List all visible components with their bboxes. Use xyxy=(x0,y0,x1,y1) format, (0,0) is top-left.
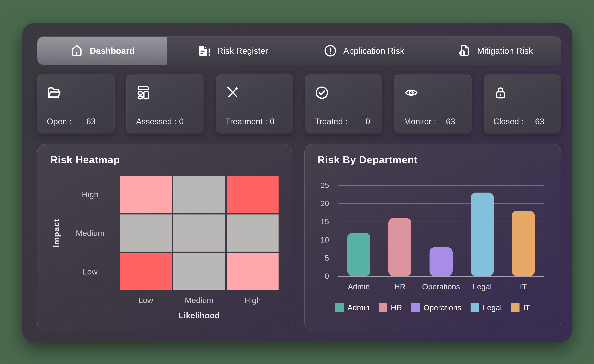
stat-card-open-[interactable]: Open :63 xyxy=(37,74,115,134)
y-tick-label-15: 15 xyxy=(303,217,329,226)
heatmap-col-label-high: High xyxy=(227,296,278,305)
bar-legal xyxy=(471,193,494,276)
gridline-25 xyxy=(338,185,544,186)
stat-text: Assessed :0 xyxy=(136,117,198,126)
heatmap-cell-low-high xyxy=(227,253,278,290)
heatmap-row-label-medium: Medium xyxy=(65,215,115,252)
heatmap-col-label-low: Low xyxy=(120,296,172,305)
heatmap-cell-medium-high xyxy=(227,215,278,252)
heatmap-cell-medium-low xyxy=(120,215,172,252)
gridline-0 xyxy=(338,276,544,277)
bar-admin xyxy=(347,233,370,276)
stat-card-treatment-[interactable]: Treatment :0 xyxy=(216,74,293,134)
tab-label: Dashboard xyxy=(90,46,135,56)
legend-swatch-hr xyxy=(378,303,387,312)
tab-label: Application Risk xyxy=(343,46,404,56)
heatmap-grid xyxy=(120,176,278,290)
heatmap-cell-low-low xyxy=(120,253,172,290)
legend-item-admin[interactable]: Admin xyxy=(335,303,369,312)
heatmap-row-labels: HighMediumLow xyxy=(65,176,115,292)
heatmap-cell-low-medium xyxy=(173,253,225,290)
bar-chart-title: Risk By Department xyxy=(317,154,418,166)
heatmap-row-label-low: Low xyxy=(65,253,115,290)
bar-it xyxy=(512,211,535,276)
heatmap-cell-medium-medium xyxy=(173,215,225,252)
heatmap-cell-high-medium xyxy=(173,176,225,213)
bar-operations xyxy=(430,247,452,276)
stat-value: 0 xyxy=(179,117,184,126)
stat-text: Treatment :0 xyxy=(225,117,287,126)
x-category-label-it: IT xyxy=(503,282,544,291)
stat-card-treated-[interactable]: Treated :0 xyxy=(305,74,382,134)
legend-label: Admin xyxy=(347,303,369,312)
tools-icon xyxy=(225,85,284,100)
lock-icon xyxy=(493,85,551,100)
tab-dashboard[interactable]: Dashboard xyxy=(37,37,167,65)
bar-hr xyxy=(388,218,411,276)
tab-mitigation-risk[interactable]: Mitigation Risk xyxy=(430,37,561,65)
stat-label: Treatment : xyxy=(225,117,267,126)
legend-swatch-operations xyxy=(411,303,420,312)
dashboard-window: DashboardRisk RegisterApplication RiskMi… xyxy=(22,23,572,342)
heatmap-y-axis-label: Impact xyxy=(49,176,64,290)
legend-label: IT xyxy=(523,303,530,312)
bar-chart-category-labels: AdminHROperationsLegalIT xyxy=(338,282,544,291)
stat-text: Monitor :63 xyxy=(404,117,466,126)
legend-label: Operations xyxy=(423,303,461,312)
top-nav-tabs: DashboardRisk RegisterApplication RiskMi… xyxy=(37,36,561,65)
legend-label: Legal xyxy=(483,303,502,312)
stat-value: 63 xyxy=(535,117,544,126)
tab-label: Mitigation Risk xyxy=(477,46,533,56)
y-tick-label-5: 5 xyxy=(303,254,329,263)
legend-item-hr[interactable]: HR xyxy=(378,303,402,312)
stat-text: Treated :0 xyxy=(315,117,376,126)
circle-check-icon xyxy=(315,85,373,100)
stat-text: Closed :63 xyxy=(493,117,555,126)
stat-label: Treated : xyxy=(315,117,347,126)
heatmap-title: Risk Heatmap xyxy=(50,154,120,166)
tab-application-risk[interactable]: Application Risk xyxy=(298,37,430,65)
heatmap-cell-high-low xyxy=(120,176,172,213)
stat-label: Monitor : xyxy=(404,117,436,126)
heatmap-cell-high-high xyxy=(227,176,278,213)
stat-value: 0 xyxy=(365,117,370,126)
y-tick-label-10: 10 xyxy=(303,236,329,244)
risk-heatmap-panel: Risk Heatmap Impact HighMediumLow LowMed… xyxy=(37,144,292,331)
bar-chart-plot-area: 2520151050 xyxy=(338,185,544,276)
eye-icon xyxy=(404,85,462,100)
legend-item-it[interactable]: IT xyxy=(511,303,530,312)
x-category-label-operations: Operations xyxy=(420,282,462,291)
stat-text: Open :63 xyxy=(47,117,108,126)
x-category-label-hr: HR xyxy=(379,282,421,291)
circle-exclamation-icon xyxy=(324,44,337,58)
stat-label: Assessed : xyxy=(136,117,176,126)
file-exclamation-icon xyxy=(197,44,211,58)
x-category-label-admin: Admin xyxy=(338,282,379,291)
home-icon xyxy=(70,44,84,58)
tab-risk-register[interactable]: Risk Register xyxy=(167,37,298,65)
heatmap-col-labels: LowMediumHigh xyxy=(120,296,278,305)
stat-card-monitor-[interactable]: Monitor :63 xyxy=(394,74,472,134)
stat-card-assessed-[interactable]: Assessed :0 xyxy=(126,74,204,134)
heatmap-col-label-medium: Medium xyxy=(173,296,225,305)
stat-card-row: Open :63Assessed :0Treatment :0Treated :… xyxy=(37,74,561,134)
legend-item-operations[interactable]: Operations xyxy=(411,303,461,312)
stat-label: Open : xyxy=(47,117,72,126)
heatmap-x-axis-label: Likelihood xyxy=(120,311,278,320)
risk-by-department-panel: Risk By Department 2520151050 AdminHROpe… xyxy=(304,144,561,331)
stat-card-closed-[interactable]: Closed :63 xyxy=(484,74,561,134)
x-category-label-legal: Legal xyxy=(462,282,503,291)
legend-swatch-admin xyxy=(335,303,344,312)
stat-label: Closed : xyxy=(493,117,523,126)
page-background: { "nav": { "tabs": [ {"label": "Dashboar… xyxy=(0,0,594,364)
layout-icon xyxy=(136,85,194,100)
legend-swatch-legal xyxy=(471,303,479,312)
y-tick-label-25: 25 xyxy=(303,181,329,190)
bar-chart-legend: AdminHROperationsLegalIT xyxy=(304,303,561,312)
y-tick-label-20: 20 xyxy=(303,199,329,208)
tab-label: Risk Register xyxy=(217,46,268,56)
gridline-20 xyxy=(338,203,544,204)
legend-swatch-it xyxy=(511,303,520,312)
legend-item-legal[interactable]: Legal xyxy=(471,303,502,312)
folder-open-icon xyxy=(47,85,105,100)
